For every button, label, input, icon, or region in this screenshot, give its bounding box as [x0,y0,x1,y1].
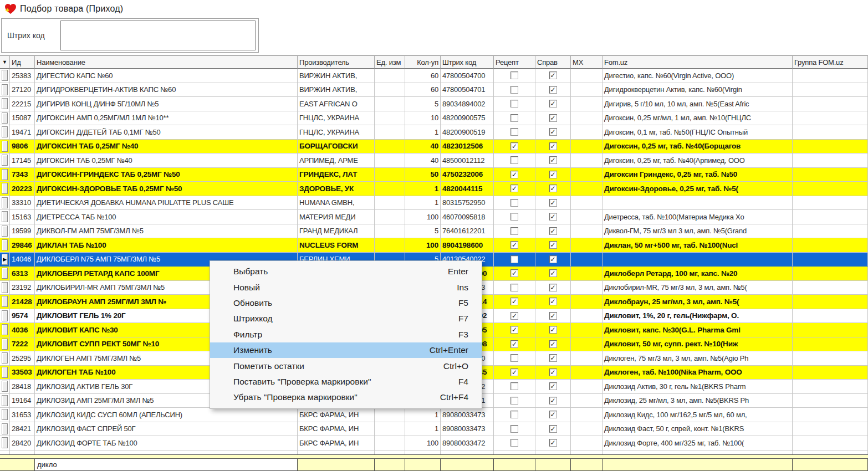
cell-mx[interactable] [571,267,603,281]
cell-group[interactable] [793,69,868,83]
cell-ind[interactable] [0,140,10,154]
cell-man[interactable]: БКРС ФАРМА, ИН [298,422,375,437]
cell-qty[interactable]: 60 [405,83,441,98]
cell-ind[interactable] [0,125,10,140]
cell-man[interactable]: БКРС ФАРМА, ИН [298,408,375,422]
cell-unit[interactable] [375,238,405,253]
sprav-checkbox[interactable]: ✓ [549,185,557,192]
cell-ind[interactable] [0,153,10,168]
cell-fom[interactable]: Дигестио, капс. №60(Virgin Active, ООО) [603,69,793,83]
cell-group[interactable] [793,394,868,408]
cell-mx[interactable] [571,97,603,111]
table-row[interactable]: 22215ДИГИРИВ КОНЦ Д/ИНФ 5Г/10МЛ №5EAST A… [0,97,868,111]
cell-unit[interactable] [375,111,405,126]
cell-group[interactable] [793,295,868,309]
cell-qty[interactable]: 100 [405,436,441,450]
grid-header-cell-mx[interactable]: МХ [571,56,603,69]
cell-mx[interactable] [571,168,603,182]
cell-name[interactable]: ДИКЛОЗИД КИДС СУСП 60МЛ (АПЕЛЬСИН) [35,408,298,422]
cell-name[interactable]: ДИКЛАН ТАБ №100 [35,238,298,253]
cell-sprav[interactable]: ✓ [535,168,571,182]
cell-mx[interactable] [571,111,603,126]
cell-fom[interactable]: Диклозид, 25 мг/мл, 3 мл, амп. №5(BKRS P… [603,394,793,408]
cell-sprav[interactable]: ✓ [535,69,571,83]
cell-qty[interactable]: 10 [405,111,441,126]
cell-fom[interactable]: Дигоксин, 0,25 мг, таб. №40(Борщагов [603,140,793,154]
cell-id[interactable]: 7222 [10,337,35,352]
cell-id[interactable]: 17145 [10,153,35,168]
grid-header-cell-group[interactable]: Группа FOM.uz [793,56,868,69]
cell-mx[interactable] [571,224,603,239]
cell-name[interactable]: ДИГИРИВ КОНЦ Д/ИНФ 5Г/10МЛ №5 [35,97,298,111]
cell-mx[interactable] [571,210,603,224]
sprav-checkbox[interactable]: ✓ [549,340,557,348]
cell-unit[interactable] [375,140,405,154]
cell-fom[interactable]: Диклозид Форте, 400 мг/325 мг, таб. №100… [603,436,793,450]
table-row[interactable]: 25383ДИГЕСТИО КАПС №60ВИРЖИН АКТИВ,60478… [0,69,868,83]
table-row[interactable]: 19599ДИКВОЛ-ГМ АМП 75МГ/3МЛ №5ГРАНД МЕДИ… [0,224,868,239]
sprav-checkbox[interactable]: ✓ [549,368,557,376]
cell-id[interactable]: 31653 [10,408,35,422]
grid-options-arrow-icon[interactable]: ▼ [2,59,7,65]
cell-mx[interactable] [571,323,603,337]
cell-ind[interactable] [0,97,10,111]
cell-bc[interactable]: 47800504701 [441,83,494,98]
cell-group[interactable] [793,182,868,196]
cell-ind[interactable] [0,351,10,366]
cell-fom[interactable]: Диквол-ГМ, 75 мг/3 мл 3 мл, амп. №5(Gran… [603,224,793,239]
recipe-checkbox[interactable]: ✓ [510,326,518,334]
cell-fom[interactable]: Диклоген, 75 мг/3 мл, 3 мл, амп. №5(Agio… [603,351,793,366]
cell-group[interactable] [793,281,868,295]
cell-group[interactable] [793,140,868,154]
cell-rx[interactable] [494,153,535,168]
sprav-checkbox[interactable]: ✓ [549,241,557,249]
cell-sprav[interactable]: ✓ [535,267,571,281]
cell-group[interactable] [793,366,868,380]
cell-mx[interactable] [571,366,603,380]
cell-name[interactable]: ДИКЛОЗИД ФАСТ СПРЕЙ 50Г [35,422,298,437]
cell-group[interactable] [793,196,868,211]
cell-qty[interactable]: 1 [405,182,441,196]
cell-man[interactable]: EAST AFRICAN O [298,97,375,111]
cell-fom[interactable]: Диетресса, таб. №100(Материа Медика Хо [603,210,793,224]
cell-ind[interactable] [0,309,10,324]
cell-unit[interactable] [375,153,405,168]
recipe-checkbox[interactable] [510,439,518,447]
cell-mx[interactable] [571,351,603,366]
cell-ind[interactable] [0,281,10,295]
cell-mx[interactable] [571,69,603,83]
cell-name[interactable]: ДИГОКСИН ТАБ 0,25МГ №40 [35,140,298,154]
table-row[interactable]: 28420ДИКЛОЗИД ФОРТЕ ТАБ №100БКРС ФАРМА, … [0,436,868,450]
cell-mx[interactable] [571,380,603,394]
context-menu-item[interactable]: Пометить остаткиCtrl+O [210,358,482,373]
cell-unit[interactable] [375,168,405,182]
cell-group[interactable] [793,408,868,422]
cell-fom[interactable]: Диклоген, таб. №100(Nika Pharm, ООО [603,366,793,380]
cell-name[interactable]: ДИГОКСИН АМП 0,25МГ/МЛ 1МЛ №10** [35,111,298,126]
cell-group[interactable] [793,267,868,281]
cell-ind[interactable] [0,182,10,196]
cell-unit[interactable] [375,210,405,224]
cell-group[interactable] [793,436,868,450]
cell-qty[interactable]: 100 [405,238,441,253]
cell-rx[interactable] [494,394,535,408]
filter-cell-name[interactable]: дикло [35,459,298,471]
cell-mx[interactable] [571,281,603,295]
cell-mx[interactable] [571,153,603,168]
filter-cell-fom[interactable] [603,459,793,471]
cell-group[interactable] [793,253,868,267]
filter-cell-unit[interactable] [375,459,405,471]
recipe-checkbox[interactable]: ✓ [510,340,518,348]
cell-id[interactable]: 33310 [10,196,35,211]
sprav-checkbox[interactable]: ✓ [549,298,557,305]
cell-group[interactable] [793,153,868,168]
cell-mx[interactable] [571,394,603,408]
cell-sprav[interactable]: ✓ [535,351,571,366]
cell-man[interactable]: ГРАНД МЕДИКАЛ [298,224,375,239]
grid-header-cell-unit[interactable]: Ед. изм [375,56,405,69]
sprav-checkbox[interactable]: ✓ [549,86,557,94]
cell-sprav[interactable]: ✓ [535,408,571,422]
cell-mx[interactable] [571,436,603,450]
cell-fom[interactable]: Дигоксин, 0,25 мг, таб. №40(Арпимед, ООО [603,153,793,168]
cell-fom[interactable]: Дигоксин, 0,1 мг, таб. №50(ГНЦЛС Опытный [603,125,793,140]
